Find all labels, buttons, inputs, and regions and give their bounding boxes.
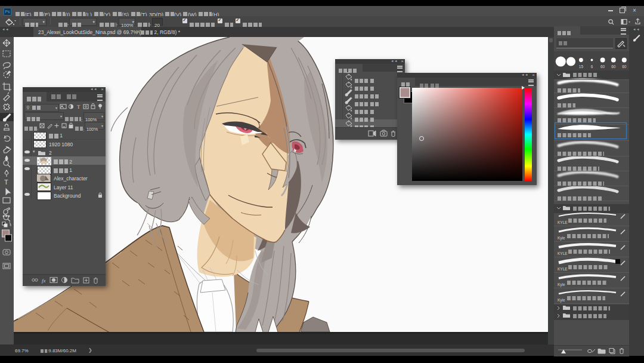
svg-text:Kyle: Kyle [558, 298, 565, 303]
svg-text:KYLE: KYLE [558, 220, 568, 224]
svg-text:Kyle: Kyle [558, 282, 565, 287]
svg-text:KYLE: KYLE [558, 251, 568, 256]
svg-text:60: 60 [600, 64, 605, 69]
svg-text:T: T [77, 104, 80, 110]
svg-text:fx: fx [42, 278, 46, 284]
svg-text:6: 6 [591, 64, 593, 69]
svg-text:15: 15 [579, 64, 584, 69]
svg-text:60: 60 [622, 64, 627, 69]
svg-text:KYLE: KYLE [558, 267, 568, 271]
svg-text:Kyle: Kyle [558, 236, 565, 241]
svg-text:60: 60 [611, 64, 616, 69]
svg-text:T: T [4, 179, 8, 186]
